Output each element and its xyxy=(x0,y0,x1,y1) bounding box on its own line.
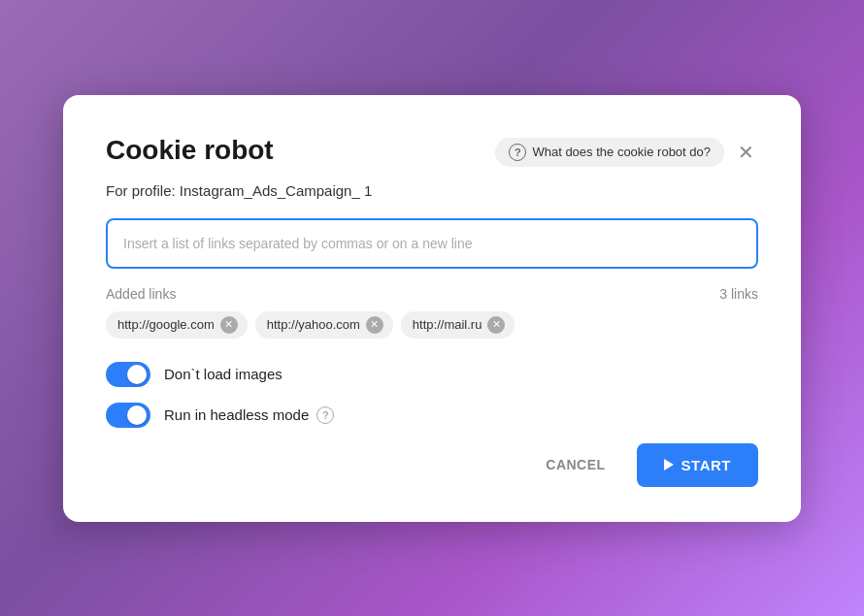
header-right: ? What does the cookie robot do? ✕ xyxy=(495,138,758,167)
links-count: 3 links xyxy=(719,286,758,302)
links-input[interactable] xyxy=(106,218,758,269)
headless-mode-info-icon[interactable]: ? xyxy=(316,406,334,424)
tag-url: http://google.com xyxy=(117,317,215,332)
tags-row: http://google.com ✕ http://yahoo.com ✕ h… xyxy=(106,311,758,339)
added-links-label: Added links xyxy=(106,286,176,302)
help-badge[interactable]: ? What does the cookie robot do? xyxy=(495,138,724,167)
tag-remove-yahoo[interactable]: ✕ xyxy=(366,316,383,334)
dont-load-images-toggle[interactable] xyxy=(106,362,150,387)
start-label: START xyxy=(681,457,731,473)
profile-label: For profile: Instagram_Ads_Campaign_ 1 xyxy=(106,182,758,199)
modal-header: Cookie robot ? What does the cookie robo… xyxy=(106,134,758,167)
toggle-headless-mode-row: Run in headless mode ? xyxy=(106,403,758,428)
cancel-button[interactable]: CANCEL xyxy=(526,445,624,484)
dont-load-images-label: Don`t load images xyxy=(164,366,282,382)
tag-google: http://google.com ✕ xyxy=(106,311,248,339)
tag-mail: http://mail.ru ✕ xyxy=(401,311,515,339)
added-links-header: Added links 3 links xyxy=(106,286,758,302)
modal-title: Cookie robot xyxy=(106,134,274,167)
toggle-dont-load-images-row: Don`t load images xyxy=(106,362,758,387)
help-icon: ? xyxy=(509,144,526,161)
tag-url: http://yahoo.com xyxy=(267,317,360,332)
play-icon xyxy=(664,459,674,470)
start-button[interactable]: START xyxy=(637,443,758,487)
tag-url: http://mail.ru xyxy=(413,317,482,332)
headless-mode-label: Run in headless mode ? xyxy=(164,406,334,424)
headless-mode-toggle[interactable] xyxy=(106,403,150,428)
tag-yahoo: http://yahoo.com ✕ xyxy=(255,311,393,339)
cookie-robot-modal: Cookie robot ? What does the cookie robo… xyxy=(63,95,801,522)
modal-footer: CANCEL START xyxy=(106,443,758,487)
tag-remove-google[interactable]: ✕ xyxy=(220,316,238,334)
help-badge-text: What does the cookie robot do? xyxy=(532,145,711,159)
tag-remove-mail[interactable]: ✕ xyxy=(487,316,505,334)
close-button[interactable]: ✕ xyxy=(734,141,758,164)
